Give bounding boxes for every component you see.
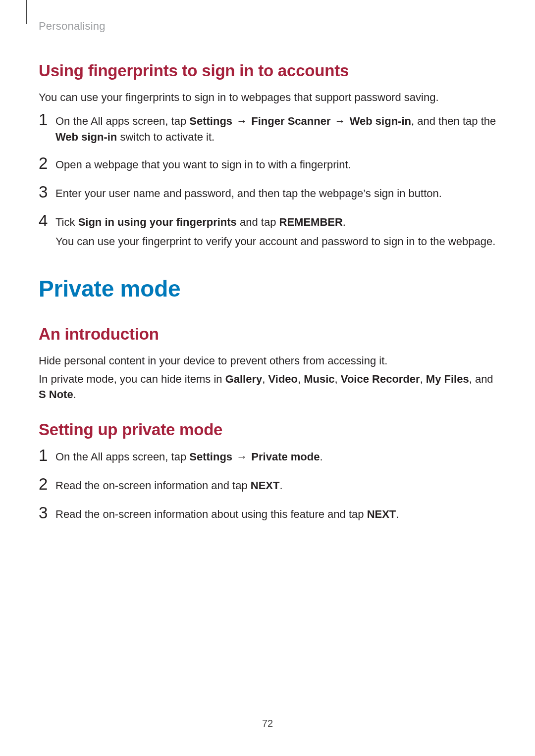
step-text: Read the on-screen information and tap N… [55,478,496,494]
list-item: 1 On the All apps screen, tap Settings →… [39,449,496,466]
bold-text: Settings [189,115,232,127]
text-fragment: , and [469,373,493,385]
step-number: 3 [39,504,54,522]
intro-text: You can use your fingerprints to sign in… [39,90,496,105]
text-fragment: . [396,508,399,520]
step-number: 2 [39,475,54,494]
bold-text: Web sign-in [55,131,117,143]
step-number: 4 [39,211,54,230]
bold-text: Web sign-in [350,115,411,127]
text-fragment: , and then tap the [411,115,496,127]
step-text: On the All apps screen, tap Settings → F… [55,113,496,145]
bold-text: REMEMBER [279,216,343,228]
text-fragment: , [335,373,341,385]
step-number: 2 [39,154,54,173]
step-text: Tick Sign in using your fingerprints and… [55,214,496,230]
list-item: 2 Read the on-screen information and tap… [39,478,496,495]
heading-introduction: An introduction [39,325,496,344]
text-fragment: Tick [55,216,78,228]
step-number: 3 [39,183,54,202]
list-item: 3 Read the on-screen information about u… [39,506,496,523]
text-fragment: In private mode, you can hide items in [39,373,225,385]
bold-text: Settings [189,451,232,463]
text-fragment: switch to activate it. [117,131,214,143]
bold-text: My Files [426,373,469,385]
text-fragment: , [298,373,304,385]
bold-text: NEXT [251,479,280,492]
bold-text: S Note [39,388,73,401]
step-text: Enter your user name and password, and t… [55,186,496,202]
arrow-icon: → [232,451,251,463]
text-fragment: , [262,373,268,385]
bold-text: Music [304,373,334,385]
text-fragment: On the All apps screen, tap [55,115,189,127]
text-fragment: . [343,216,346,228]
list-item: 4 Tick Sign in using your fingerprints a… [39,214,496,250]
text-fragment: . [280,479,283,492]
text-fragment: and tap [237,216,279,228]
text-fragment: Read the on-screen information about usi… [55,508,367,520]
text-fragment: , [420,373,426,385]
bold-text: Gallery [225,373,263,385]
step-text: On the All apps screen, tap Settings → P… [55,449,496,465]
step-note: You can use your fingerprint to verify y… [55,234,496,250]
bold-text: Finger Scanner [251,115,330,127]
steps-list-fingerprints: 1 On the All apps screen, tap Settings →… [39,113,496,250]
bold-text: NEXT [367,508,396,520]
text-fragment: On the All apps screen, tap [55,451,189,463]
text-fragment: . [320,451,322,463]
section-fingerprints: Using fingerprints to sign in to account… [39,61,496,250]
step-number: 1 [39,110,54,129]
text-fragment: Read the on-screen information and tap [55,479,251,492]
section-introduction: An introduction Hide personal content in… [39,325,496,402]
arrow-icon: → [232,115,251,127]
page-number: 72 [0,718,535,729]
page-container: Personalising Using fingerprints to sign… [0,0,535,523]
section-setup: Setting up private mode 1 On the All app… [39,420,496,523]
step-number: 1 [39,446,54,465]
intro-p1: Hide personal content in your device to … [39,353,496,369]
bold-text: Voice Recorder [341,373,420,385]
list-item: 3 Enter your user name and password, and… [39,186,496,202]
step-text: Read the on-screen information about usi… [55,506,496,522]
heading-fingerprints: Using fingerprints to sign in to account… [39,61,496,80]
heading-setup: Setting up private mode [39,420,496,439]
intro-p2: In private mode, you can hide items in G… [39,372,496,403]
bold-text: Video [268,373,298,385]
arrow-icon: → [330,115,349,127]
bold-text: Private mode [251,451,320,463]
bold-text: Sign in using your fingerprints [78,216,237,228]
text-fragment: . [73,388,76,401]
steps-list-setup: 1 On the All apps screen, tap Settings →… [39,449,496,523]
running-header: Personalising [39,20,496,33]
heading-private-mode: Private mode [39,275,496,302]
list-item: 1 On the All apps screen, tap Settings →… [39,113,496,145]
list-item: 2 Open a webpage that you want to sign i… [39,157,496,174]
crop-mark [26,0,27,24]
step-text: Open a webpage that you want to sign in … [55,157,496,173]
